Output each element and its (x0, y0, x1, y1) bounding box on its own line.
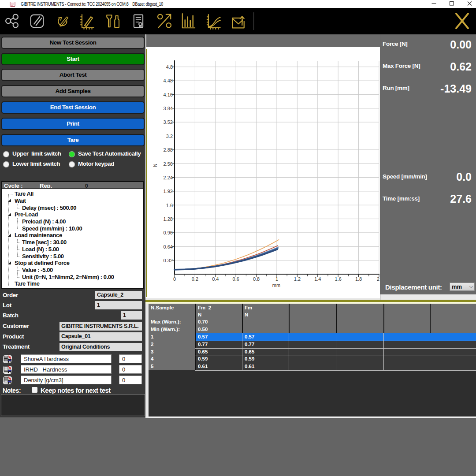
svg-text:0.32: 0.32 (164, 258, 173, 263)
svg-text:4.8: 4.8 (166, 64, 173, 70)
svg-text:2.56: 2.56 (164, 161, 173, 167)
svg-text:3.2: 3.2 (166, 134, 173, 139)
svg-text:0.4: 0.4 (212, 276, 219, 282)
svg-text:N: N (152, 164, 158, 167)
svg-text:1: 1 (275, 276, 278, 282)
svg-text:2: 2 (377, 276, 379, 282)
svg-text:0: 0 (173, 276, 176, 282)
svg-text:1.4: 1.4 (314, 276, 321, 282)
svg-text:0.6: 0.6 (233, 276, 239, 282)
svg-text:1.2: 1.2 (294, 276, 301, 282)
svg-text:0.8: 0.8 (253, 276, 260, 282)
svg-text:3.52: 3.52 (164, 119, 173, 125)
svg-text:1.8: 1.8 (355, 276, 362, 282)
svg-text:1.92: 1.92 (164, 189, 173, 194)
svg-text:0.2: 0.2 (192, 276, 198, 282)
svg-text:1.6: 1.6 (335, 276, 342, 282)
svg-text:3.84: 3.84 (164, 106, 173, 111)
svg-text:mm: mm (272, 283, 280, 288)
svg-text:1.6: 1.6 (166, 203, 173, 208)
svg-text:4.16: 4.16 (164, 92, 173, 97)
svg-text:4.48: 4.48 (164, 78, 173, 83)
svg-text:0.96: 0.96 (164, 230, 173, 235)
svg-text:1.28: 1.28 (164, 216, 173, 222)
svg-text:2.24: 2.24 (164, 175, 173, 180)
svg-text:0.64: 0.64 (164, 244, 173, 249)
svg-text:2.88: 2.88 (164, 147, 173, 152)
